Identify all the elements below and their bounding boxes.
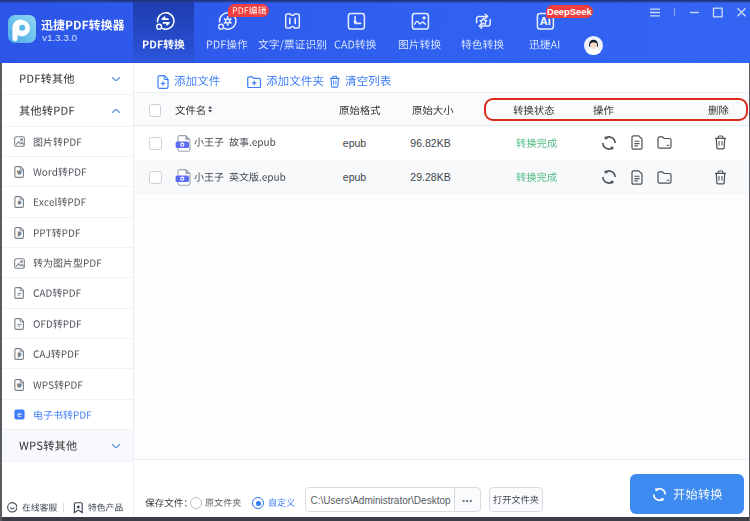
svg-text:p: p [18,230,21,236]
svg-text:w: w [18,169,22,175]
svg-text:w: w [18,382,22,388]
svg-text:e: e [18,200,21,206]
svg-text:p: p [18,351,21,357]
svg-text:e: e [17,411,22,420]
